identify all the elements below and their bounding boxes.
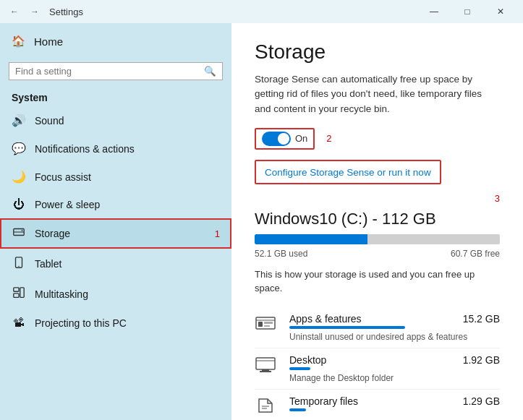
home-icon: 🏠 [12,35,25,48]
sidebar-item-notifications[interactable]: 💬 Notifications & actions [0,134,231,163]
close-button[interactable]: ✕ [484,0,517,23]
apps-item-body: Apps & features 15.2 GB Uninstall unused… [289,313,500,342]
sidebar-item-label: Storage [35,228,70,239]
apps-bar [289,326,405,329]
sidebar-home[interactable]: 🏠 Home [0,23,231,59]
sidebar-item-tablet[interactable]: Tablet [0,249,231,279]
description: Storage Sense can automatically free up … [255,72,500,116]
temp-bar [289,408,306,411]
configure-link[interactable]: Configure Storage Sense or run it now [265,167,431,178]
sound-icon: 🔊 [12,113,26,127]
sidebar-item-label: Projecting to this PC [35,317,127,329]
svg-rect-12 [264,325,270,327]
apps-item-name: Apps & features [289,313,362,325]
minimize-button[interactable]: — [417,0,451,23]
projecting-icon: 📽 [12,317,26,330]
title-bar: ← → Settings — □ ✕ [0,0,523,23]
storage-used-label: 52.1 GB used [255,249,307,259]
search-box[interactable]: 🔍 [9,62,223,80]
sidebar-item-power[interactable]: ⏻ Power & sleep [0,191,231,218]
svg-rect-14 [262,369,269,371]
toggle-label: On [295,133,307,144]
sidebar-item-label: Sound [35,115,64,127]
configure-link-container: Configure Storage Sense or run it now [255,160,441,184]
sidebar-item-label: Multitasking [35,288,88,300]
list-item[interactable]: Apps & features 15.2 GB Uninstall unused… [255,307,500,348]
svg-rect-10 [258,322,263,327]
badge-3: 3 [255,193,500,204]
sidebar-item-sound[interactable]: 🔊 Sound [0,106,231,134]
sidebar-item-label: Tablet [35,258,61,270]
list-item[interactable]: Desktop 1.92 GB Manage the Desktop folde… [255,348,500,390]
temp-item-header: Temporary files 1.29 GB [289,395,500,407]
sidebar-item-label: Focus assist [35,171,91,183]
maximize-button[interactable]: □ [451,0,484,23]
apps-item-size: 15.2 GB [463,313,500,325]
desktop-bar [289,367,310,370]
apps-item-desc: Uninstall unused or undesired apps & fea… [289,332,500,342]
temp-item-body: Temporary files 1.29 GB [289,395,500,414]
power-icon: ⏻ [12,198,26,211]
desktop-item-desc: Manage the Desktop folder [289,373,500,383]
storage-labels: 52.1 GB used 60.7 GB free [255,249,500,259]
toggle-row: On 2 [255,128,500,150]
page-title: Storage [255,40,500,64]
storage-description: This is how your storage is used and you… [255,267,500,296]
apps-item-header: Apps & features 15.2 GB [289,313,500,325]
sidebar-item-storage[interactable]: Storage 1 [0,218,231,249]
svg-rect-11 [264,322,273,324]
search-button[interactable]: 🔍 [204,66,216,77]
home-label: Home [34,35,63,48]
temp-item-size: 1.29 GB [463,395,500,407]
desktop-item-size: 1.92 GB [463,354,500,366]
search-input[interactable] [15,66,200,77]
section-label: System [0,86,231,106]
window-controls: — □ ✕ [417,0,517,23]
apps-icon [255,314,281,332]
desktop-item-body: Desktop 1.92 GB Manage the Desktop folde… [289,354,500,383]
list-item[interactable]: Temporary files 1.29 GB [255,390,500,420]
desktop-item-name: Desktop [289,354,326,366]
svg-point-4 [18,266,19,267]
back-button[interactable]: ← [6,3,23,20]
drive-title: Windows10 (C:) - 112 GB [255,210,500,228]
storage-bar [255,234,500,244]
sidebar: 🏠 Home 🔍 System 🔊 Sound 💬 Notifications … [0,23,231,420]
storage-icon [12,226,26,241]
multitasking-icon [12,286,26,302]
sidebar-item-label: Power & sleep [35,199,100,210]
sidebar-item-multitasking[interactable]: Multitasking [0,279,231,309]
storage-free-label: 60.7 GB free [451,249,500,259]
storage-sense-toggle[interactable] [262,132,291,146]
notifications-icon: 💬 [12,142,26,155]
toggle-container[interactable]: On [255,128,315,150]
temp-item-name: Temporary files [289,395,358,407]
desktop-icon [255,356,281,373]
svg-rect-13 [256,358,275,369]
svg-rect-6 [14,293,19,297]
window-title: Settings [49,7,83,17]
storage-badge: 1 [215,228,220,239]
forward-button[interactable]: → [26,3,43,20]
tablet-icon [12,256,26,272]
svg-rect-7 [20,288,24,298]
sidebar-item-label: Notifications & actions [35,143,135,155]
desktop-item-header: Desktop 1.92 GB [289,354,500,366]
temp-files-icon [255,397,281,414]
svg-rect-15 [260,371,271,372]
badge-2: 2 [326,133,331,144]
content-area: Storage Storage Sense can automatically … [231,23,523,420]
storage-bar-used [255,234,367,244]
svg-rect-5 [14,288,19,291]
sidebar-item-projecting[interactable]: 📽 Projecting to this PC [0,309,231,337]
svg-point-2 [22,230,23,231]
focus-icon: 🌙 [12,170,26,184]
toggle-knob [278,133,289,145]
sidebar-item-focus[interactable]: 🌙 Focus assist [0,163,231,191]
